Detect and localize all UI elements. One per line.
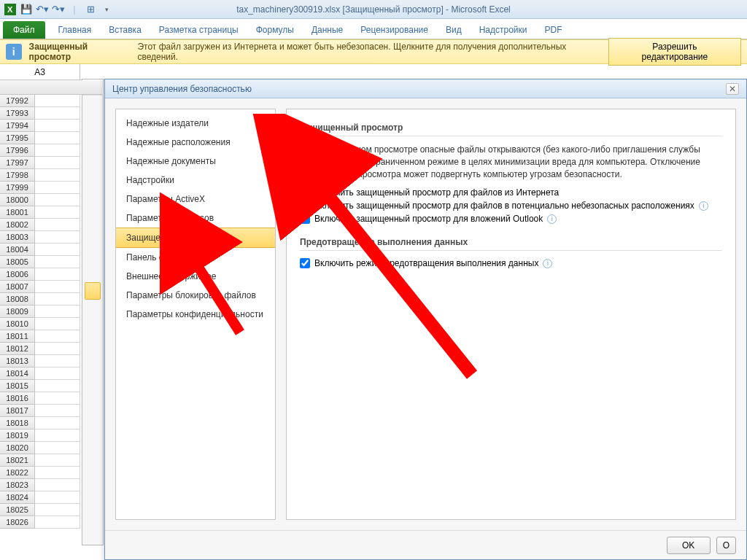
cell[interactable] (35, 429, 80, 442)
table-row[interactable]: 18021 (0, 454, 102, 467)
name-box[interactable]: A3 (0, 64, 80, 79)
table-row[interactable]: 17997 (0, 157, 102, 169)
row-header[interactable]: 18025 (0, 504, 35, 516)
table-row[interactable]: 17995 (0, 132, 102, 144)
cell[interactable] (35, 132, 80, 144)
cell[interactable] (35, 343, 80, 355)
cancel-button[interactable]: О (716, 537, 736, 554)
nav-item[interactable]: Надежные расположения (116, 133, 275, 152)
table-row[interactable]: 18003 (0, 231, 102, 244)
column-headers[interactable] (0, 80, 102, 95)
table-row[interactable]: 18018 (0, 417, 102, 429)
row-header[interactable]: 18021 (0, 454, 35, 467)
cell[interactable] (35, 206, 80, 219)
table-row[interactable]: 18001 (0, 206, 102, 219)
row-header[interactable]: 17993 (0, 107, 35, 120)
cell[interactable] (35, 268, 80, 281)
info-icon[interactable]: i (547, 214, 557, 224)
row-header[interactable]: 18013 (0, 355, 35, 368)
table-row[interactable]: 18009 (0, 306, 102, 318)
enable-editing-button[interactable]: Разрешить редактирование (608, 38, 741, 66)
table-row[interactable]: 17992 (0, 95, 102, 107)
cell[interactable] (35, 219, 80, 231)
table-row[interactable]: 18020 (0, 442, 102, 454)
table-row[interactable]: 18007 (0, 281, 102, 293)
table-row[interactable]: 18022 (0, 467, 102, 479)
nav-item[interactable]: Параметры блокировки файлов (116, 286, 275, 305)
row-header[interactable]: 18015 (0, 380, 35, 392)
cell[interactable] (35, 318, 80, 330)
nav-item[interactable]: Надежные документы (116, 152, 275, 171)
cell[interactable] (35, 467, 80, 479)
row-header[interactable]: 18023 (0, 479, 35, 491)
row-header[interactable]: 17997 (0, 157, 35, 169)
row-header[interactable]: 18001 (0, 206, 35, 219)
table-row[interactable]: 18017 (0, 405, 102, 417)
dialog-titlebar[interactable]: Центр управления безопасностью ✕ (105, 79, 746, 98)
info-icon[interactable]: i (699, 201, 708, 211)
save-icon[interactable]: 💾 (19, 2, 34, 17)
undo-icon[interactable]: ↶▾ (35, 2, 50, 17)
table-row[interactable]: 18024 (0, 491, 102, 504)
row-header[interactable]: 17999 (0, 182, 35, 194)
table-row[interactable]: 18004 (0, 244, 102, 256)
row-header[interactable]: 17998 (0, 169, 35, 182)
row-header[interactable]: 18007 (0, 281, 35, 293)
nav-item[interactable]: Защищенный просмотр (116, 228, 275, 248)
redo-icon[interactable]: ↷▾ (51, 2, 66, 17)
nav-item[interactable]: Параметры конфиденциальности (116, 305, 275, 324)
table-row[interactable]: 18011 (0, 330, 102, 343)
info-icon[interactable]: i (543, 259, 552, 268)
row-header[interactable]: 18002 (0, 219, 35, 231)
row-header[interactable]: 17992 (0, 95, 35, 107)
cell[interactable] (35, 169, 80, 182)
row-header[interactable]: 18008 (0, 293, 35, 306)
ribbon-tab-formulas[interactable]: Формулы (247, 21, 303, 39)
table-row[interactable]: 18008 (0, 293, 102, 306)
cell[interactable] (35, 368, 80, 380)
ribbon-tab-review[interactable]: Рецензирование (352, 21, 437, 39)
nav-item[interactable]: Внешнее содержимое (116, 267, 275, 286)
ribbon-tab-pdf[interactable]: PDF (536, 21, 571, 39)
row-header[interactable]: 18020 (0, 442, 35, 454)
table-row[interactable]: 17996 (0, 144, 102, 157)
cell[interactable] (35, 194, 80, 206)
cell[interactable] (35, 479, 80, 491)
cell[interactable] (35, 516, 80, 529)
cell[interactable] (35, 355, 80, 368)
row-header[interactable]: 18000 (0, 194, 35, 206)
cell[interactable] (35, 454, 80, 467)
dep-checkbox-row[interactable]: Включить режим предотвращения выполнения… (300, 258, 722, 268)
row-header[interactable]: 17995 (0, 132, 35, 144)
row-header[interactable]: 18006 (0, 268, 35, 281)
table-row[interactable]: 18026 (0, 516, 102, 529)
cell[interactable] (35, 256, 80, 268)
table-row[interactable]: 17993 (0, 107, 102, 120)
row-header[interactable]: 18014 (0, 368, 35, 380)
table-row[interactable]: 18019 (0, 429, 102, 442)
table-row[interactable]: 17998 (0, 169, 102, 182)
nav-item[interactable]: Параметры ActiveX (116, 190, 275, 209)
table-row[interactable]: 18025 (0, 504, 102, 516)
cell[interactable] (35, 293, 80, 306)
ok-button[interactable]: OK (667, 537, 711, 554)
table-row[interactable]: 18012 (0, 343, 102, 355)
dep-checkbox[interactable] (300, 258, 310, 268)
cell[interactable] (35, 405, 80, 417)
worksheet-grid[interactable]: 1799217993179941799517996179971799817999… (0, 80, 102, 560)
cell[interactable] (35, 491, 80, 504)
close-icon[interactable]: ✕ (726, 83, 739, 95)
ribbon-tab-pagelayout[interactable]: Разметка страницы (150, 21, 247, 39)
cell[interactable] (35, 231, 80, 244)
row-header[interactable]: 18010 (0, 318, 35, 330)
row-header[interactable]: 17994 (0, 120, 35, 132)
table-row[interactable]: 17999 (0, 182, 102, 194)
cell[interactable] (35, 120, 80, 132)
protected-view-checkbox-row[interactable]: Включить защищенный просмотр для файлов … (300, 187, 722, 198)
ribbon-tab-data[interactable]: Данные (303, 21, 352, 39)
protected-view-checkbox-row[interactable]: Включить защищенный просмотр для файлов … (300, 201, 722, 211)
nav-item[interactable]: Параметры макросов (116, 209, 275, 228)
table-row[interactable]: 18006 (0, 268, 102, 281)
ribbon-tab-view[interactable]: Вид (437, 21, 471, 39)
row-header[interactable]: 18011 (0, 330, 35, 343)
